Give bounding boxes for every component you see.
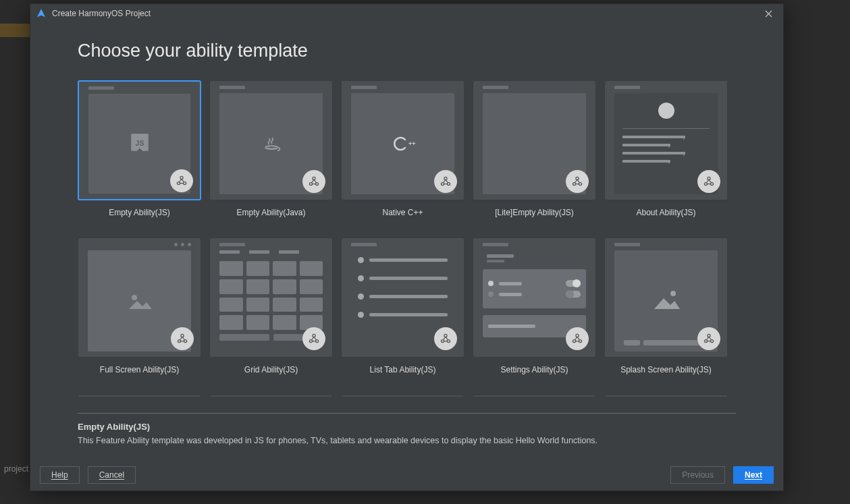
background-highlight xyxy=(0,24,30,37)
svg-point-7 xyxy=(315,183,318,186)
template-label: Native C++ xyxy=(382,208,423,217)
svg-point-20 xyxy=(181,334,184,337)
background-label: project xyxy=(4,464,28,474)
svg-text:++: ++ xyxy=(408,140,416,147)
harmony-badge-icon xyxy=(697,327,720,350)
template-partial[interactable] xyxy=(473,395,596,397)
template-list-tab-ability-js[interactable]: List Tab Ability(JS) xyxy=(341,237,464,374)
template-gallery: JS Empty Ability(JS) xyxy=(78,80,736,397)
template-label: Empty Ability(JS) xyxy=(109,208,170,217)
svg-point-32 xyxy=(670,291,676,296)
dialog-titlebar: Create HarmonyOS Project xyxy=(30,4,783,23)
svg-point-5 xyxy=(313,177,315,179)
template-label: Empty Ability(Java) xyxy=(236,208,305,217)
template-label: [Lite]Empty Ability(JS) xyxy=(495,208,574,217)
svg-point-24 xyxy=(309,340,312,343)
template-label: Grid Ability(JS) xyxy=(244,365,298,374)
svg-point-13 xyxy=(573,183,575,186)
template-label: Splash Screen Ability(JS) xyxy=(620,365,712,374)
template-label: List Tab Ability(JS) xyxy=(370,365,436,374)
svg-point-26 xyxy=(444,334,447,337)
template-label: Settings Ability(JS) xyxy=(500,365,568,374)
create-project-dialog: Create HarmonyOS Project Choose your abi… xyxy=(30,3,784,491)
harmony-badge-icon xyxy=(171,327,194,350)
svg-point-9 xyxy=(444,177,447,179)
svg-point-22 xyxy=(184,340,186,343)
template-empty-ability-js[interactable]: JS Empty Ability(JS) xyxy=(78,80,201,217)
svg-point-14 xyxy=(579,183,581,186)
svg-point-30 xyxy=(573,340,575,343)
image-icon xyxy=(631,267,701,331)
svg-point-25 xyxy=(315,340,318,343)
harmony-badge-icon xyxy=(697,170,720,193)
cancel-button[interactable]: Cancel xyxy=(88,466,136,484)
js-icon: JS xyxy=(128,131,151,157)
svg-point-33 xyxy=(708,334,710,337)
template-partial[interactable] xyxy=(341,395,464,397)
harmony-badge-icon xyxy=(302,327,325,350)
template-detail: Empty Ability(JS) This Feature Ability t… xyxy=(78,422,736,459)
svg-text:JS: JS xyxy=(135,139,144,147)
harmonyos-logo-icon xyxy=(36,8,47,19)
svg-point-17 xyxy=(710,183,713,186)
harmony-badge-icon xyxy=(302,170,325,193)
window-dots-icon xyxy=(174,243,191,246)
template-full-screen-ability-js[interactable]: Full Screen Ability(JS) xyxy=(78,237,201,374)
svg-point-34 xyxy=(704,340,707,343)
svg-point-31 xyxy=(579,340,581,343)
template-label: About Ability(JS) xyxy=(636,208,695,217)
svg-point-12 xyxy=(576,177,579,179)
svg-point-27 xyxy=(441,340,444,343)
svg-point-10 xyxy=(441,183,444,186)
detail-title: Empty Ability(JS) xyxy=(78,422,736,432)
svg-point-23 xyxy=(313,334,315,337)
template-native-cpp[interactable]: ++ Native C++ xyxy=(341,80,464,217)
page-heading: Choose your ability template xyxy=(78,40,736,61)
svg-point-15 xyxy=(708,177,710,179)
separator xyxy=(78,413,736,414)
svg-point-35 xyxy=(710,340,713,343)
previous-button: Previous xyxy=(670,466,725,484)
svg-point-1 xyxy=(180,176,183,179)
next-button[interactable]: Next xyxy=(733,466,774,484)
close-button[interactable] xyxy=(759,4,778,23)
close-icon xyxy=(765,10,772,18)
harmony-badge-icon xyxy=(566,327,589,350)
template-lite-empty-ability-js[interactable]: [Lite]Empty Ability(JS) xyxy=(473,80,596,217)
harmony-badge-icon xyxy=(434,170,457,193)
template-about-ability-js[interactable]: › › › › About Ability(JS) xyxy=(604,80,728,217)
harmony-badge-icon xyxy=(170,169,193,192)
template-partial[interactable] xyxy=(209,395,333,397)
svg-point-21 xyxy=(178,340,180,343)
svg-point-2 xyxy=(177,182,180,185)
detail-description: This Feature Ability template was develo… xyxy=(78,436,736,445)
template-label: Full Screen Ability(JS) xyxy=(100,365,179,374)
template-partial[interactable] xyxy=(78,395,201,397)
svg-point-28 xyxy=(447,340,450,343)
svg-point-16 xyxy=(704,183,707,186)
dialog-footer: Help Cancel Previous Next xyxy=(30,459,783,491)
template-grid-ability-js[interactable]: Grid Ability(JS) xyxy=(209,237,333,374)
template-partial[interactable] xyxy=(604,395,728,397)
svg-point-3 xyxy=(183,182,186,185)
template-empty-ability-java[interactable]: Empty Ability(Java) xyxy=(209,80,333,217)
template-splash-screen-ability-js[interactable]: Splash Screen Ability(JS) xyxy=(604,237,728,374)
dialog-title: Create HarmonyOS Project xyxy=(52,9,759,18)
harmony-badge-icon xyxy=(434,327,457,350)
svg-point-4 xyxy=(265,146,277,149)
harmony-badge-icon xyxy=(566,170,589,193)
help-button[interactable]: Help xyxy=(40,466,80,484)
svg-point-6 xyxy=(309,183,312,186)
svg-point-29 xyxy=(576,334,579,337)
template-settings-ability-js[interactable]: Settings Ability(JS) xyxy=(473,237,596,374)
svg-point-11 xyxy=(447,183,450,186)
svg-point-19 xyxy=(132,295,137,300)
